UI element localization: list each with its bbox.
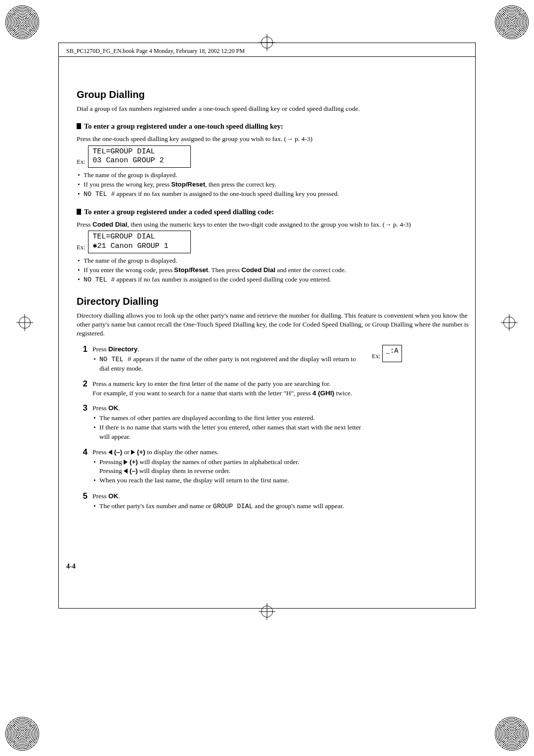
- txt: p. 4-3): [392, 221, 411, 228]
- sub-bullet: NO TEL # appears if the name of the othe…: [99, 355, 363, 373]
- running-header: SB_PC1270D_FG_EN.book Page 4 Monday, Feb…: [66, 47, 245, 55]
- step-body: Press OK. The names of other parties are…: [92, 404, 363, 442]
- step-2: 2 Press a numeric key to enter the first…: [77, 379, 363, 397]
- step-5: 5 Press OK. The other party's fax number…: [77, 492, 363, 512]
- sub-bullet: If there is no name that starts with the…: [99, 423, 363, 441]
- sub-bullets: NO TEL # appears if the name of the othe…: [92, 355, 363, 373]
- crop-mark-bottom-left: [5, 716, 40, 751]
- txt: appears if no fax number is assigned to …: [115, 276, 331, 283]
- txt: The name of the group is displayed.: [84, 171, 177, 179]
- intro-directory-dialling: Directory dialling allows you to look up…: [77, 311, 476, 337]
- heading-directory-dialling: Directory Dialling: [77, 296, 476, 307]
- lcd-display-2: TEL=GROUP DIAL ✱21 Canon GROUP 1: [88, 231, 191, 253]
- bullet: NO TEL # appears if no fax number is ass…: [84, 275, 476, 284]
- txt: .: [137, 345, 139, 353]
- registration-mark-left: [19, 317, 31, 329]
- step-number: 5: [77, 492, 88, 512]
- txt: The name of the group is displayed.: [84, 257, 177, 264]
- sub-bullet: The names of other parties are displayed…: [99, 414, 363, 423]
- txt: If you press the wrong key, press: [84, 181, 171, 188]
- txt: and enter the correct code.: [275, 266, 346, 274]
- ex-label: Ex:: [77, 244, 85, 253]
- txt: appears if the name of the other party i…: [99, 355, 356, 372]
- mono: NO TEL #: [84, 190, 115, 198]
- lcd-right-text: :A: [390, 347, 399, 355]
- triangle-right-icon: [131, 450, 135, 455]
- bullet: The name of the group is displayed.: [84, 256, 476, 265]
- sub-bullets: The other party's fax number and name or…: [92, 502, 363, 511]
- txt: Pressing: [99, 467, 124, 474]
- example-row-1: Ex: TEL=GROUP DIAL 03 Canon GROUP 2: [77, 145, 476, 168]
- txt: or: [122, 448, 131, 456]
- txt: The other party's fax number and name or: [99, 502, 213, 510]
- txt: For example, if you want to search for a…: [92, 389, 312, 397]
- header-bottom-line: [58, 56, 476, 57]
- txt: Press: [77, 221, 92, 228]
- step-number: 1: [77, 345, 88, 374]
- arrow-icon: →: [286, 135, 293, 142]
- step-body: Press (–) or (+) to display the other na…: [92, 448, 363, 486]
- mono: NO TEL #: [84, 276, 115, 284]
- step-1: 1 Press Directory. NO TEL # appears if t…: [77, 345, 363, 374]
- sub-bullets: The names of other parties are displayed…: [92, 414, 363, 441]
- block-mark-icon: [77, 123, 81, 129]
- block-mark-icon: [77, 209, 81, 215]
- bullets-onetouch: The name of the group is displayed. If y…: [77, 171, 476, 198]
- intro-group-dialling: Dial a group of fax numbers registered u…: [77, 104, 476, 113]
- step-body: Press OK. The other party's fax number a…: [92, 492, 363, 512]
- sub-bullet: When you reach the last name, the displa…: [99, 476, 363, 485]
- ex-label: Ex:: [77, 158, 85, 168]
- lcd-cursor: _: [386, 347, 390, 355]
- subhead-coded: To enter a group registered under a code…: [77, 208, 476, 216]
- registration-mark-bottom: [261, 606, 273, 617]
- step-body: Press a numeric key to enter the first l…: [92, 379, 363, 397]
- mono: GROUP DIAL: [213, 503, 253, 510]
- subhead-onetouch-text: To enter a group registered under a one-…: [84, 122, 283, 130]
- steps-area: 1 Press Directory. NO TEL # appears if t…: [77, 345, 476, 518]
- bold: (–): [128, 467, 137, 474]
- txt: .: [118, 404, 120, 412]
- bold: OK: [108, 492, 118, 500]
- bold: OK: [108, 404, 118, 412]
- txt: Press: [92, 404, 108, 412]
- bullet: If you enter the wrong code, press Stop/…: [84, 266, 476, 275]
- steps-column: 1 Press Directory. NO TEL # appears if t…: [77, 345, 363, 518]
- subhead-onetouch: To enter a group registered under a one-…: [77, 122, 476, 131]
- txt: Press the one-touch speed dialling key a…: [77, 135, 286, 142]
- txt: appears if no fax number is assigned to …: [115, 190, 339, 197]
- bullet: The name of the group is displayed.: [84, 171, 476, 180]
- bullet: NO TEL # appears if no fax number is ass…: [84, 189, 476, 199]
- sub-bullet: The other party's fax number and name or…: [99, 502, 363, 511]
- bold: Stop/Reset: [174, 266, 208, 274]
- lcd-display-1: TEL=GROUP DIAL 03 Canon GROUP 2: [88, 145, 191, 168]
- subhead-coded-text: To enter a group registered under a code…: [84, 208, 274, 216]
- txt: . Then press: [208, 266, 241, 274]
- triangle-right-icon: [124, 460, 128, 465]
- txt: will display them in reverse order.: [137, 467, 230, 474]
- page-number: 4-4: [66, 563, 76, 570]
- registration-mark-right: [503, 317, 515, 329]
- bold: (+): [135, 448, 145, 456]
- sub-bullet: Pressing (+) will display the names of o…: [99, 458, 363, 475]
- frame-bottom-line: [58, 608, 476, 609]
- coded-instruction: Press Coded Dial, then using the numeric…: [77, 220, 476, 229]
- txt: Press: [92, 448, 108, 456]
- bold: Coded Dial: [241, 266, 275, 274]
- lcd-line1: TEL=GROUP DIAL: [92, 233, 155, 241]
- txt: If you enter the wrong code, press: [84, 266, 174, 274]
- txt: Press: [92, 345, 108, 353]
- bold: 4 (GHI): [312, 389, 334, 397]
- lcd-display-directory: _ :A: [382, 345, 401, 362]
- txt: p. 4-3): [293, 135, 312, 142]
- content-area: Group Dialling Dial a group of fax numbe…: [77, 89, 476, 518]
- txt: twice.: [334, 389, 352, 397]
- step-4: 4 Press (–) or (+) to display the other …: [77, 448, 363, 486]
- bullets-coded: The name of the group is displayed. If y…: [77, 256, 476, 284]
- txt: .: [118, 492, 120, 500]
- step-3: 3 Press OK. The names of other parties a…: [77, 404, 363, 442]
- bullet: If you press the wrong key, press Stop/R…: [84, 180, 476, 189]
- bold: Coded Dial: [92, 221, 128, 228]
- crop-mark-top-left: [5, 5, 40, 40]
- mono: NO TEL #: [99, 356, 132, 363]
- crop-mark-bottom-right: [494, 716, 529, 751]
